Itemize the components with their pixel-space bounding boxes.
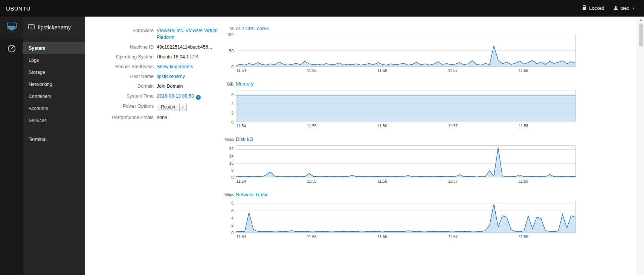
- chart-unit-label: Mbps: [224, 192, 236, 197]
- info-icon[interactable]: i: [196, 95, 201, 100]
- chart-x-axis: 11:5411:5511:5611:5711:58: [236, 233, 576, 240]
- system-info-panel: HardwareVMware, Inc. VMware Virtual Plat…: [85, 26, 224, 275]
- power-options-dropdown-caret[interactable]: ▾: [180, 103, 187, 111]
- host-name: lipstickenemy: [38, 24, 71, 31]
- y-tick-label: 2: [231, 111, 233, 115]
- chart-x-axis: 11:5411:5511:5611:5711:58: [236, 122, 576, 129]
- chart-header: MbpsNetwork Traffic: [224, 192, 576, 198]
- sidebar-item-terminal[interactable]: Terminal: [23, 133, 85, 145]
- chart-body: 08162432: [224, 145, 576, 177]
- chart-title-link[interactable]: Network Traffic: [236, 192, 268, 197]
- chart-header: %of 2 CPU cores: [224, 26, 576, 32]
- x-tick-label: 11:57: [448, 124, 458, 128]
- chart-plot-area: [236, 35, 576, 67]
- info-value: Restart▾: [157, 101, 224, 113]
- locked-indicator[interactable]: Locked: [582, 5, 604, 11]
- user-menu[interactable]: tsec ▾: [613, 6, 634, 11]
- y-tick-label: 100: [227, 32, 233, 37]
- info-label: Operating System: [85, 52, 154, 62]
- x-tick-label: 11:54: [237, 68, 246, 73]
- sidebar-item-accounts[interactable]: Accounts: [23, 102, 85, 115]
- y-tick-label: 8: [231, 201, 233, 205]
- masthead-right: Locked tsec ▾: [582, 5, 634, 11]
- info-link[interactable]: lipstickenemy: [157, 74, 185, 79]
- scrollbar[interactable]: ▲: [638, 17, 644, 275]
- chart-title-link[interactable]: Memory: [236, 81, 253, 87]
- chart-x-axis: 11:5411:5511:5611:5711:58: [236, 67, 576, 73]
- scrollbar-thumb[interactable]: [639, 23, 643, 47]
- chart-x-axis: 11:5411:5511:5611:5711:58: [236, 177, 576, 184]
- chart-plot-area: [236, 145, 576, 177]
- chart-of-2-cpu-cores: %of 2 CPU cores05010011:5411:5511:5611:5…: [224, 26, 576, 73]
- y-tick-label: 0: [231, 175, 233, 180]
- x-tick-label: 11:56: [377, 68, 387, 73]
- info-label: Domain: [85, 81, 154, 91]
- x-tick-label: 11:55: [307, 68, 317, 73]
- chart-title-link[interactable]: of 2 CPU cores: [236, 26, 269, 31]
- masthead: UBUNTU Locked tsec ▾: [0, 0, 644, 17]
- dashboard-tab[interactable]: [0, 38, 23, 60]
- chart-unit-label: GiB: [224, 82, 236, 86]
- chart-unit-label: MiB/s: [224, 137, 236, 142]
- info-label: Secure Shell Keys: [85, 62, 154, 72]
- chart-disk-i-o: MiB/sDisk I/O0816243211:5411:5511:5611:5…: [224, 136, 576, 184]
- y-tick-label: 0: [231, 231, 233, 235]
- chart-header: MiB/sDisk I/O: [224, 136, 576, 142]
- info-link[interactable]: VMware, Inc. VMware Virtual Platform: [157, 28, 217, 40]
- y-tick-label: 50: [229, 49, 233, 53]
- y-tick-label: 6: [231, 208, 233, 213]
- info-link[interactable]: Show fingerprints: [157, 64, 193, 69]
- info-value: none: [157, 113, 224, 122]
- host-header[interactable]: lipstickenemy: [23, 17, 85, 38]
- sidebar-item-containers[interactable]: Containers: [23, 90, 85, 102]
- host-switcher-strip: [0, 17, 23, 275]
- locked-label: Locked: [589, 6, 604, 11]
- x-tick-label: 11:54: [237, 179, 246, 183]
- restart-button[interactable]: Restart: [157, 103, 180, 111]
- sidebar-item-logs[interactable]: Logs: [23, 54, 85, 66]
- chart-y-axis: 08162432: [224, 145, 236, 177]
- x-tick-label: 11:58: [519, 68, 528, 73]
- x-tick-label: 11:55: [307, 234, 317, 239]
- server-icon: [7, 23, 17, 32]
- sidebar-item-networking[interactable]: Networking: [23, 78, 85, 90]
- power-options-button-group: Restart▾: [157, 103, 187, 111]
- x-tick-label: 11:54: [237, 234, 246, 239]
- chart-title-link[interactable]: Disk I/O: [236, 136, 253, 142]
- x-tick-label: 11:56: [377, 234, 387, 239]
- x-tick-label: 11:58: [519, 124, 528, 128]
- chart-body: 050100: [224, 35, 576, 67]
- y-tick-label: 8: [231, 168, 233, 173]
- sidebar-nav: SystemLogsStorageNetworkingContainersAcc…: [23, 42, 85, 145]
- app-layout: lipstickenemy SystemLogsStorageNetworkin…: [0, 17, 644, 275]
- y-tick-label: 16: [229, 161, 233, 165]
- x-tick-label: 11:54: [237, 124, 246, 128]
- info-link[interactable]: Join Domain: [157, 84, 183, 89]
- y-tick-label: 0: [231, 120, 233, 124]
- x-tick-label: 11:55: [307, 124, 317, 128]
- info-value: 2018-08-13 09:58i: [157, 91, 224, 101]
- info-value: VMware, Inc. VMware Virtual Platform: [157, 26, 224, 42]
- chevron-down-icon: ▾: [632, 6, 634, 10]
- sidebar-item-storage[interactable]: Storage: [23, 66, 85, 78]
- system-time-link[interactable]: 2018-08-13 09:58: [157, 93, 194, 99]
- info-label: Power Options: [85, 101, 154, 113]
- x-tick-label: 11:58: [519, 234, 528, 239]
- y-tick-label: 4: [231, 216, 233, 220]
- chart-plot-area: [236, 90, 576, 122]
- info-value: Join Domain: [157, 81, 224, 91]
- y-tick-label: 2: [231, 223, 233, 228]
- sidebar-item-services[interactable]: Services: [23, 115, 85, 127]
- y-tick-label: 4: [231, 101, 233, 106]
- x-tick-label: 11:58: [519, 179, 528, 183]
- y-tick-label: 0: [231, 64, 233, 69]
- info-label: Host Name: [85, 72, 154, 81]
- y-tick-label: 6: [231, 92, 233, 97]
- scroll-up-arrow[interactable]: ▲: [638, 17, 644, 21]
- chart-y-axis: 050100: [224, 35, 236, 67]
- chart-unit-label: %: [224, 26, 236, 31]
- lock-icon: [582, 5, 586, 11]
- server-tab[interactable]: [0, 17, 23, 38]
- info-label: Machine ID: [85, 42, 154, 52]
- sidebar-item-system[interactable]: System: [23, 42, 85, 54]
